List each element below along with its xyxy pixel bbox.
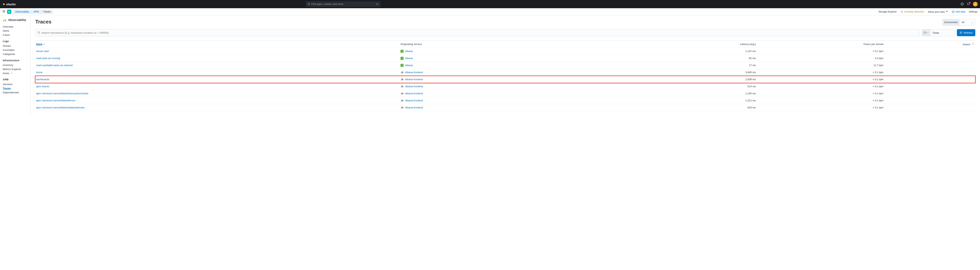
- latency-value: 819 ms: [748, 106, 756, 109]
- add-data-link[interactable]: Add data: [952, 10, 965, 13]
- trace-name-link[interactable]: server-start: [36, 50, 49, 53]
- javascript-icon: JS: [401, 78, 404, 81]
- col-impact-label: Impact: [963, 43, 970, 46]
- chevron-down-icon: ⌄: [971, 21, 975, 24]
- svg-rect-16: [5, 20, 6, 21]
- anomaly-detection-link[interactable]: Anomaly detection: [900, 10, 924, 13]
- service-link[interactable]: kibana: [405, 64, 412, 67]
- newsfeed-icon[interactable]: [967, 2, 970, 6]
- settings-link[interactable]: Settings: [969, 10, 978, 13]
- sidebar-item-anomalies[interactable]: Anomalies: [3, 48, 30, 52]
- nav-toggle-button[interactable]: [2, 10, 5, 14]
- global-header: elastic Find apps, content, and more. ⌘/…: [0, 0, 980, 8]
- sidebar-item-inventory[interactable]: Inventory: [3, 63, 30, 67]
- user-avatar[interactable]: a: [973, 2, 978, 6]
- table-row: apm /services/:serviceName/errorsJSkiban…: [35, 97, 975, 104]
- environment-select[interactable]: Environment All ⌄: [942, 19, 975, 25]
- date-quick-select[interactable]: [922, 29, 931, 36]
- service-link[interactable]: kibana: [405, 50, 412, 53]
- trace-name-link[interactable]: apm /traces: [36, 85, 49, 88]
- javascript-icon: JS: [401, 85, 404, 88]
- service-link[interactable]: kibana: [405, 57, 412, 60]
- add-data-label: Add data: [956, 10, 965, 13]
- search-icon: [37, 31, 40, 34]
- query-bar[interactable]: [35, 29, 920, 36]
- tpm-value: < 0.1 tpm: [873, 106, 884, 109]
- sidebar-section-title: Infrastructure: [3, 59, 30, 62]
- alerts-rules-menu[interactable]: Alerts and rules: [928, 10, 948, 13]
- latency-value: 62 ms: [749, 57, 756, 60]
- trace-name-link[interactable]: apm /services/:serviceName/errors: [36, 99, 75, 102]
- tpm-value: < 0.1 tpm: [873, 99, 884, 102]
- javascript-icon: JS: [401, 71, 404, 74]
- nodejs-icon: [401, 64, 404, 67]
- svg-rect-15: [5, 19, 5, 21]
- sidebar-item-metrics-explorer[interactable]: Metrics Explorer: [3, 67, 30, 71]
- crumb-observability[interactable]: Observability: [13, 9, 31, 14]
- sort-down-icon: [43, 43, 45, 45]
- col-latency[interactable]: Latency (avg.): [740, 43, 756, 46]
- sidebar-item-stream[interactable]: Stream: [3, 44, 30, 48]
- search-shortcut-hint: ⌘/: [376, 3, 379, 5]
- brand-logo[interactable]: elastic: [2, 3, 16, 6]
- sidebar-item-hosts[interactable]: Hosts: [3, 71, 30, 75]
- sidebar-section-title: APM: [3, 78, 30, 81]
- sidebar-item-dependencies[interactable]: Dependencies: [3, 90, 30, 95]
- svg-rect-14: [3, 20, 4, 21]
- observability-icon: [3, 18, 7, 22]
- sidebar-title-label: Observability: [8, 18, 26, 22]
- global-search[interactable]: Find apps, content, and more. ⌘/: [306, 2, 380, 7]
- tpm-value: < 0.1 tpm: [873, 85, 884, 88]
- tpm-value: < 0.1 tpm: [873, 71, 884, 74]
- date-picker[interactable]: Today: [922, 29, 955, 36]
- trace-name-link[interactable]: home: [36, 71, 43, 74]
- table-row: apm /tracesJSkibana-frontend514 ms< 0.1 …: [35, 83, 975, 90]
- javascript-icon: JS: [401, 92, 404, 95]
- sidebar-title[interactable]: Observability: [3, 18, 30, 22]
- space-selector[interactable]: D: [7, 9, 11, 14]
- query-input[interactable]: [41, 31, 918, 34]
- service-link[interactable]: kibana-frontend: [405, 99, 423, 102]
- col-impact[interactable]: Impact: [963, 43, 975, 46]
- table-header: Name Originating service Latency (avg.) …: [35, 41, 975, 48]
- table-row: mark-available-tasks-as-claimedkibana17 …: [35, 62, 975, 69]
- tpm-value: 2.4 tpm: [875, 57, 883, 60]
- service-link[interactable]: kibana-frontend: [405, 106, 423, 109]
- gear-icon: [900, 10, 903, 13]
- service-link[interactable]: kibana-frontend: [405, 85, 423, 88]
- storage-explorer-link[interactable]: Storage Explorer: [878, 10, 897, 13]
- search-icon: [307, 3, 310, 5]
- table-row: mark-task-as-runningkibana62 ms2.4 tpm: [35, 55, 975, 62]
- javascript-icon: JS: [401, 106, 404, 109]
- date-value: Today: [931, 31, 955, 34]
- nodejs-icon: [401, 50, 404, 53]
- col-name[interactable]: Name: [36, 43, 401, 46]
- notification-dot-icon: [969, 2, 970, 3]
- sidebar-item-overview[interactable]: Overview: [3, 25, 30, 29]
- traces-table: Name Originating service Latency (avg.) …: [35, 41, 975, 111]
- environment-value: All: [959, 21, 971, 24]
- sidebar-item-services[interactable]: Services: [3, 82, 30, 86]
- sidebar-item-alerts[interactable]: Alerts: [3, 29, 30, 33]
- refresh-icon: [959, 31, 963, 34]
- tpm-value: < 0.1 tpm: [873, 92, 884, 95]
- crumb-apm[interactable]: APM: [31, 9, 41, 14]
- refresh-button[interactable]: Refresh: [957, 29, 975, 36]
- trace-name-link[interactable]: mark-available-tasks-as-claimed: [36, 64, 73, 67]
- service-link[interactable]: kibana-frontend: [405, 78, 423, 81]
- col-tpm[interactable]: Traces per minute: [863, 43, 883, 46]
- trace-name-link[interactable]: apm /services/:serviceName/dependencies: [36, 106, 85, 109]
- sidebar-item-cases[interactable]: Cases: [3, 33, 30, 37]
- col-service[interactable]: Originating service: [401, 43, 628, 46]
- col-name-label: Name: [36, 43, 43, 46]
- sidebar: Observability OverviewAlertsCasesLogsStr…: [0, 15, 30, 115]
- service-link[interactable]: kibana-frontend: [405, 92, 423, 95]
- service-link[interactable]: kibana-frontend: [405, 71, 423, 74]
- trace-name-link[interactable]: mark-task-as-running: [36, 57, 60, 60]
- trace-name-link[interactable]: dashboards: [36, 78, 49, 81]
- trace-name-link[interactable]: apm /services/:serviceName/transactions/…: [36, 92, 88, 95]
- global-search-placeholder: Find apps, content, and more.: [312, 3, 344, 5]
- help-icon[interactable]: ?: [960, 2, 964, 6]
- sidebar-item-traces[interactable]: Traces: [3, 86, 30, 90]
- sidebar-item-categories[interactable]: Categories: [3, 52, 30, 56]
